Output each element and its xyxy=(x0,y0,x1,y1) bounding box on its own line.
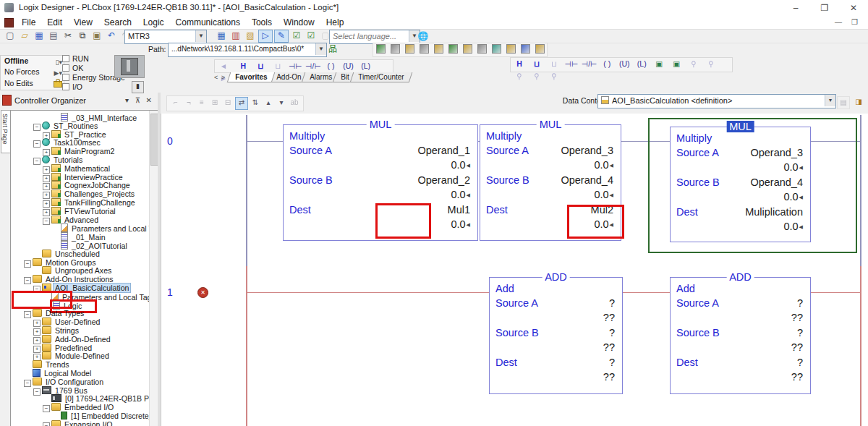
param-operand[interactable]: ? xyxy=(609,296,615,310)
rswho-icon[interactable]: 品 xyxy=(326,43,339,55)
ote-coil-icon[interactable]: ( ) xyxy=(323,61,340,72)
value-expand-icon[interactable]: ◀ xyxy=(799,195,803,200)
data-context-combo[interactable]: AOI_BasicCalculation <definition> ▾ xyxy=(597,94,836,108)
save-icon[interactable]: ▦ xyxy=(33,30,46,41)
tag-toolbar-icon[interactable] xyxy=(461,44,474,56)
sort-icon[interactable]: ⇅ xyxy=(250,97,261,108)
tree-expander-icon[interactable]: − xyxy=(43,422,50,426)
param-operand[interactable]: Operand_4 xyxy=(750,175,803,189)
param-operand[interactable]: Operand_4 xyxy=(561,173,613,187)
pencil-edit-icon[interactable]: ✎ xyxy=(274,30,289,43)
param-value[interactable]: ?? xyxy=(791,341,803,353)
otl-coil-icon[interactable]: (L) xyxy=(633,59,650,69)
forces-row[interactable]: No Forces ▶▾ xyxy=(0,67,64,79)
branch-icon[interactable]: ⊔ xyxy=(252,61,269,72)
tree-item-st-routines[interactable]: −ST_Routines xyxy=(11,122,147,130)
verify-controller-icon[interactable]: ▦ xyxy=(215,30,228,41)
browse-logic-icon[interactable]: ▧ xyxy=(244,30,257,41)
ote-coil-icon[interactable]: ( ) xyxy=(598,59,616,69)
tree-item-logical-model[interactable]: Logical Model xyxy=(11,369,147,378)
chevron-down-icon[interactable]: ▼ xyxy=(195,30,206,42)
tree-item-trends[interactable]: Trends xyxy=(11,360,147,369)
tree-item-cognexjobchange[interactable]: +CognexJobChange xyxy=(11,181,147,189)
xic-contact-icon[interactable]: ⊣⊢ xyxy=(563,59,580,69)
accept-edits-icon[interactable]: ☑ xyxy=(290,30,303,41)
branch-level-icon[interactable]: ⊔ xyxy=(545,59,563,69)
menu-search[interactable]: Search xyxy=(98,16,137,29)
cut-rung-icon[interactable]: ⚲ xyxy=(685,59,702,69)
instruction-mnemonic[interactable]: MUL xyxy=(537,119,565,130)
tree-item-motion-groups[interactable]: −Motion Groups xyxy=(11,258,147,267)
param-value[interactable]: 0.0 xyxy=(451,159,465,171)
param-value[interactable]: 0.0 xyxy=(594,159,608,171)
value-expand-icon[interactable]: ◀ xyxy=(467,163,470,168)
param-operand[interactable]: ? xyxy=(797,325,803,340)
tree-item-module-defined[interactable]: +Module-Defined xyxy=(11,352,147,360)
tree-item-add-on-defined[interactable]: +Add-On-Defined xyxy=(11,335,147,344)
value-expand-icon[interactable]: ◀ xyxy=(610,163,613,168)
tag-toolbar-icon[interactable] xyxy=(519,44,532,56)
controller-panel-button[interactable]: ▮ xyxy=(132,81,144,93)
tree-item-expansion-i-o[interactable]: −Expansion I/O xyxy=(11,420,147,426)
copy-rung-icon[interactable]: ⚲ xyxy=(702,59,720,69)
param-value[interactable]: ?? xyxy=(603,371,615,383)
path-combo[interactable]: ...dNetwork\192.168.1.11\CompactBus\0* ▼ xyxy=(168,43,327,57)
param-operand[interactable]: Operand_3 xyxy=(561,143,613,158)
chevron-down-icon[interactable]: ▾ xyxy=(125,96,129,104)
new-icon[interactable]: ▢ xyxy=(4,30,17,41)
tag-toolbar-icon[interactable] xyxy=(403,44,416,56)
chevron-down-icon[interactable]: ▼ xyxy=(315,43,326,55)
tag-toolbar-icon[interactable] xyxy=(388,44,401,56)
xic-contact-icon[interactable]: ⊣⊢ xyxy=(286,61,304,72)
browse-up-icon[interactable]: ¬ xyxy=(183,97,195,108)
tree-item-task100msec[interactable]: −Task100msec xyxy=(11,138,147,147)
param-value[interactable]: ?? xyxy=(791,312,803,323)
tree-item-challenges-projects[interactable]: +Challenges_Projects xyxy=(11,189,147,198)
tag-toolbar-icon[interactable] xyxy=(504,44,517,56)
menu-file[interactable]: File xyxy=(16,16,41,29)
move-down-icon[interactable]: ▾ xyxy=(276,97,287,108)
value-expand-icon[interactable]: ◀ xyxy=(467,192,470,197)
ladder-editor[interactable]: 0 1 ✕ MULMultiplySource AOperand_10.0◀So… xyxy=(161,114,868,426)
param-value[interactable]: ?? xyxy=(791,371,803,383)
add-instruction-block[interactable]: ADDAddSource A???Source B???Dest??? xyxy=(670,277,811,394)
tree-item-user-defined[interactable]: +User-Defined xyxy=(11,318,147,326)
finalize-edits-icon[interactable]: ☑ xyxy=(305,30,318,41)
rung-error-icon[interactable]: ✕ xyxy=(197,287,208,298)
minimize-button[interactable]: – xyxy=(781,0,810,16)
palette-tab-timer-counter[interactable]: Timer/Counter xyxy=(350,72,412,82)
tree-item-tutorials[interactable]: −Tutorials xyxy=(11,156,147,164)
param-value[interactable]: 0.0 xyxy=(451,189,465,200)
verify-routine-icon[interactable]: ▥ xyxy=(229,30,242,41)
menu-communications[interactable]: Communications xyxy=(170,16,246,29)
close-button[interactable]: ✕ xyxy=(839,0,868,16)
forces-dropdown-icon[interactable]: ▶▾ xyxy=(54,68,62,79)
watch-tags-icon[interactable]: ◨ xyxy=(853,96,864,108)
properties-icon[interactable]: ⊟ xyxy=(222,97,234,108)
value-expand-icon[interactable]: ◀ xyxy=(799,224,803,229)
instruction-mnemonic[interactable]: MUL xyxy=(726,121,754,132)
tree-item-predefined[interactable]: +Predefined xyxy=(11,344,147,352)
browse-instr-icon[interactable]: ▣ xyxy=(668,59,685,69)
param-operand[interactable]: Mul1 xyxy=(448,203,470,217)
param-value[interactable]: 0.0 xyxy=(451,218,465,230)
copy-icon[interactable]: ⧉ xyxy=(76,30,89,41)
undo-icon[interactable]: ↶ xyxy=(105,30,118,41)
online-toggle-icon[interactable]: ▷ xyxy=(258,30,273,43)
param-operand[interactable]: ? xyxy=(609,325,615,340)
tree-item-ungrouped-axes[interactable]: Ungrouped Axes xyxy=(11,266,147,275)
paste-icon[interactable]: ▣ xyxy=(90,30,103,41)
compare-icon[interactable]: ▣ xyxy=(650,59,668,69)
tab-scroll-left-icon[interactable]: < xyxy=(214,74,218,81)
tag-toolbar-icon[interactable] xyxy=(475,44,488,56)
param-value[interactable]: ?? xyxy=(603,341,615,353)
cut-icon[interactable]: ✂ xyxy=(61,30,75,41)
tree-item--1-embedded-discrete-io[interactable]: [1] Embedded Discrete_IO xyxy=(11,412,147,420)
tree-item--02-aoitutorial[interactable]: _02_AOITutorial xyxy=(11,241,147,250)
paste-rung-icon[interactable]: ⚲ xyxy=(511,71,528,82)
tree-item--03-hmi-interface[interactable]: _03_HMI_Interface xyxy=(11,113,147,122)
tree-item-1769-bus[interactable]: −1769 Bus xyxy=(11,386,147,395)
maximize-button[interactable]: ❐ xyxy=(810,0,839,16)
param-operand[interactable]: Muliplication xyxy=(745,205,803,219)
tree-item-data-types[interactable]: −Data Types xyxy=(11,309,147,318)
